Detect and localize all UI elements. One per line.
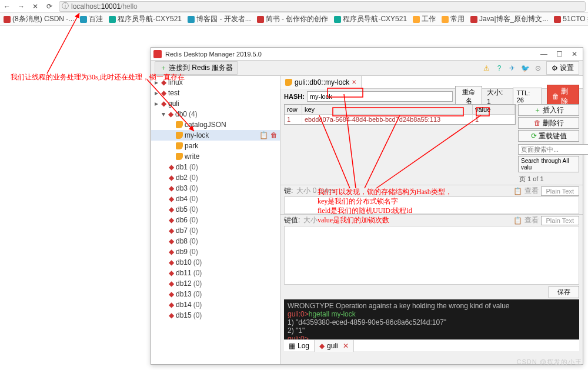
tree-row[interactable]: ◆db2 (0) bbox=[151, 172, 280, 183]
copy-icon[interactable]: 📋 bbox=[259, 131, 268, 139]
log-tab[interactable]: ▦Log bbox=[284, 340, 315, 352]
value-viewer-label: 键值: bbox=[284, 215, 300, 225]
bookmark-item[interactable]: 常用 bbox=[442, 14, 465, 24]
save-button[interactable]: 保存 bbox=[549, 286, 579, 298]
bookmark-label: 简书 - 创作你的创作 bbox=[266, 14, 329, 24]
twitter-icon[interactable]: 🐦 bbox=[520, 64, 530, 73]
bookmark-item[interactable]: 工作 bbox=[413, 14, 436, 24]
console-out: 2) "1" bbox=[288, 326, 576, 335]
tree-row[interactable]: ▸◆test bbox=[151, 88, 280, 98]
forward-button[interactable]: → bbox=[16, 2, 26, 11]
tree-row[interactable]: ◆db7 (0) bbox=[151, 225, 280, 236]
close-icon[interactable]: ✕ bbox=[343, 342, 349, 350]
bookmark-label: (8条消息) CSDN -... bbox=[12, 14, 74, 24]
tree-row[interactable]: ◆db4 (0) bbox=[151, 194, 280, 204]
connect-button[interactable]: ＋连接到 Redis 服务器 bbox=[155, 61, 238, 75]
console[interactable]: WRONGTYPE Operation against a key holdin… bbox=[284, 299, 579, 339]
key-header: HASH: 重命名 大小: 1 TTL: 26 🗑删除 bbox=[280, 89, 583, 104]
insert-row-button[interactable]: ＋插入行 bbox=[518, 104, 579, 116]
cell-key: ebddd07a-5684-48d4-bebb-bcd7d24b8a55:113 bbox=[302, 115, 473, 124]
editor-tabs: guli::db0::my-lock ✕ bbox=[280, 76, 583, 89]
reload-button[interactable]: ⟳ bbox=[45, 2, 54, 11]
back-button[interactable]: ← bbox=[2, 2, 12, 11]
address-bar[interactable]: ⓘ localhost:10001/hello bbox=[59, 1, 586, 12]
pager-label: 页 1 of 1 bbox=[518, 174, 579, 185]
tree-row[interactable]: catalogJSON bbox=[151, 119, 280, 130]
tree-panel[interactable]: ▸◆linux▸◆test▸◆guli▾◆db0 (4)catalogJSONm… bbox=[151, 76, 280, 364]
bookmark-item[interactable]: 简书 - 创作你的创作 bbox=[257, 14, 329, 24]
console-prompt: guli:0> bbox=[288, 335, 309, 339]
copy-icon[interactable]: 📋 bbox=[513, 187, 522, 195]
tree-row[interactable]: ◆db6 (0) bbox=[151, 215, 280, 225]
search-input[interactable] bbox=[518, 144, 588, 155]
tree-row[interactable]: ◆db14 (0) bbox=[151, 299, 280, 310]
bookmark-item[interactable]: 程序员导航-CXY521 bbox=[109, 14, 182, 24]
key-viewer-body[interactable] bbox=[284, 196, 579, 214]
guli-tab[interactable]: ◆guli✕ bbox=[315, 340, 354, 352]
gear-icon: ⚙ bbox=[552, 64, 558, 72]
reload-icon: ⟳ bbox=[531, 132, 537, 140]
trash-icon[interactable]: 🗑 bbox=[270, 131, 278, 139]
bookmark-label: 常用 bbox=[450, 14, 465, 24]
reload-button[interactable]: ⟳重载键值 bbox=[518, 130, 579, 142]
tree-row[interactable]: ◆db13 (0) bbox=[151, 289, 280, 299]
tree-row[interactable]: ◆db1 (0) bbox=[151, 162, 280, 172]
bookmark-icon bbox=[4, 16, 11, 23]
tree-row[interactable]: ◆db5 (0) bbox=[151, 204, 280, 215]
search-all-button[interactable]: Search through All valu bbox=[518, 156, 579, 172]
warning-icon[interactable]: ⚠ bbox=[482, 64, 491, 73]
tree-row[interactable]: ▾◆db0 (4) bbox=[151, 109, 280, 119]
tree-row[interactable]: ◆db11 (0) bbox=[151, 268, 280, 278]
value-view-mode[interactable]: Plain Text bbox=[541, 216, 580, 225]
server-icon: ◆ bbox=[319, 342, 325, 350]
tree-row[interactable]: ◆db3 (0) bbox=[151, 183, 280, 194]
bookmark-item[interactable]: (8条消息) CSDN -... bbox=[4, 14, 74, 24]
key-name-input[interactable] bbox=[307, 91, 453, 102]
editor-tab[interactable]: guli::db0::my-lock ✕ bbox=[280, 76, 362, 89]
value-viewer-body[interactable] bbox=[284, 226, 579, 285]
tree-row[interactable]: ▸◆guli bbox=[151, 98, 280, 109]
maximize-button[interactable]: ☐ bbox=[553, 49, 565, 59]
bookmark-item[interactable]: 百洼 bbox=[80, 14, 103, 24]
tree-row[interactable]: my-lock📋🗑 bbox=[151, 130, 280, 141]
delete-row-button[interactable]: 🗑删除行 bbox=[518, 117, 579, 129]
bookmarks-bar: (8条消息) CSDN -...百洼程序员导航-CXY521博客园 - 开发者.… bbox=[0, 13, 588, 26]
tree-row[interactable]: write bbox=[151, 151, 280, 162]
tree-row[interactable]: ◆db15 (0) bbox=[151, 310, 280, 321]
grid-row[interactable]: 1 ebddd07a-5684-48d4-bebb-bcd7d24b8a55:1… bbox=[285, 115, 515, 124]
bookmark-item[interactable]: Java|博客_原创博文... bbox=[470, 14, 548, 24]
github-icon[interactable]: ⊙ bbox=[533, 64, 543, 73]
tree-row[interactable]: ◆db8 (0) bbox=[151, 236, 280, 246]
ttl-label[interactable]: TTL: 26 bbox=[513, 88, 542, 105]
value-viewer-size: 大小 bbox=[303, 215, 318, 225]
copy-icon[interactable]: 📋 bbox=[513, 216, 522, 225]
key-viewer-header: 键: 大小 0 bytes 📋 查看 Plain Text bbox=[280, 185, 583, 196]
console-out: 1) "d4359380-eced-4859-90e5-86c8a6c52f4d… bbox=[288, 318, 576, 326]
close-button[interactable]: ✕ bbox=[569, 49, 580, 59]
bookmark-icon bbox=[554, 16, 561, 23]
bookmark-item[interactable]: 程序员导航-CXY521 bbox=[334, 14, 407, 24]
close-tab-button[interactable]: ✕ bbox=[31, 2, 40, 11]
bookmark-icon bbox=[188, 16, 195, 23]
col-key: key bbox=[302, 105, 473, 114]
bookmark-item[interactable]: 51CTO 搜索 bbox=[554, 14, 588, 24]
tree-row[interactable]: ◆db12 (0) bbox=[151, 278, 280, 289]
bookmark-item[interactable]: 博客园 - 开发者... bbox=[188, 14, 251, 24]
tree-row[interactable]: ◆db10 (0) bbox=[151, 257, 280, 268]
bottom-tabs: ▦Log ◆guli✕ bbox=[284, 339, 579, 351]
tree-row[interactable]: ▸◆linux bbox=[151, 77, 280, 88]
telegram-icon[interactable]: ✈ bbox=[507, 64, 517, 73]
hash-grid[interactable]: row key value 1 ebddd07a-5684-48d4-bebb-… bbox=[284, 104, 516, 125]
tree-row[interactable]: park bbox=[151, 141, 280, 151]
bookmark-label: 51CTO 搜索 bbox=[563, 14, 588, 24]
help-icon[interactable]: ? bbox=[495, 64, 504, 73]
settings-button[interactable]: ⚙设置 bbox=[546, 61, 579, 75]
bookmark-label: 工作 bbox=[422, 14, 436, 24]
size-label: 大小: 1 bbox=[487, 88, 508, 106]
key-view-mode[interactable]: Plain Text bbox=[541, 186, 580, 196]
tree-row[interactable]: ◆db9 (0) bbox=[151, 246, 280, 257]
browser-nav: ← → ✕ ⟳ ⓘ localhost:10001/hello bbox=[0, 0, 588, 13]
bookmark-label: Java|博客_原创博文... bbox=[479, 14, 548, 24]
minimize-button[interactable]: — bbox=[538, 49, 550, 59]
close-icon[interactable]: ✕ bbox=[352, 79, 356, 85]
